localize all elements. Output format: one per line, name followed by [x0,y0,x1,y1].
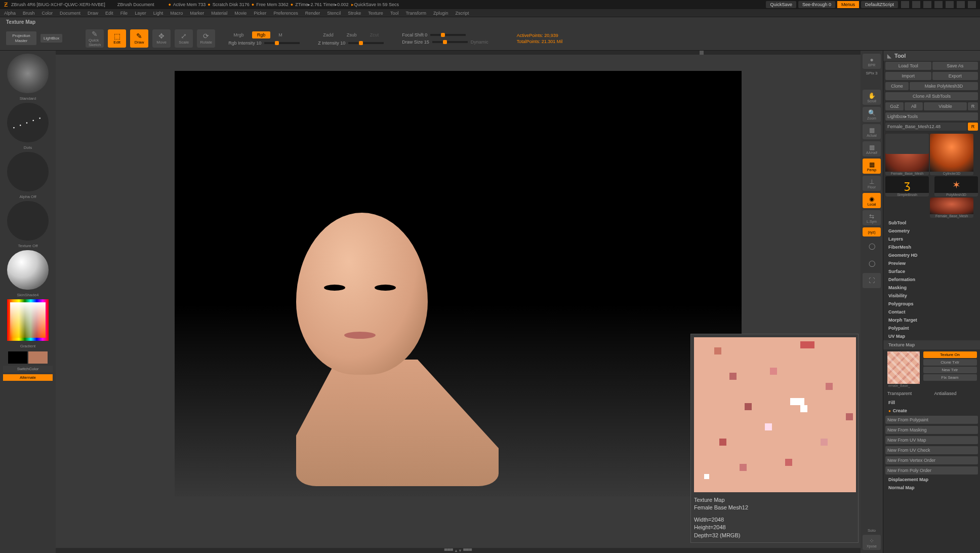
new-from-masking-button[interactable]: New From Masking [885,426,978,434]
dynamic-label[interactable]: Dynamic [471,40,488,45]
m-button[interactable]: M [273,31,288,38]
section-contact[interactable]: Contact [883,308,980,316]
switch-color-button[interactable]: SwitchColor [3,366,53,372]
minimize-icon[interactable] [946,1,954,8]
alternate-button[interactable]: Alternate [3,374,53,381]
section-texture-map[interactable]: Texture Map [883,340,980,349]
section-morph-target[interactable]: Morph Target [883,316,980,324]
menu-marker[interactable]: Marker [190,11,204,16]
menu-macro[interactable]: Macro [170,11,183,16]
aahalf-button[interactable]: ▦AAHalf [863,141,881,156]
menu-zscript[interactable]: Zscript [456,11,469,16]
menu-texture[interactable]: Texture [368,11,383,16]
quicksave-button[interactable]: QuickSave [766,1,796,8]
new-from-vertex-order-button[interactable]: New From Vertex Order [885,456,978,464]
r-button[interactable]: R [968,123,978,131]
floor-button[interactable]: ⊥Floor [863,176,881,191]
bpr-button[interactable]: ●BPR [863,54,881,69]
new-from-poly-order-button[interactable]: New From Poly Order [885,466,978,475]
canvas-scrollbar[interactable] [56,51,861,55]
tool-panel-header[interactable]: Tool [883,51,980,61]
new-from-uv-map-button[interactable]: New From UV Map [885,436,978,444]
texture-map-thumbnail[interactable] [887,351,920,384]
default-zscript[interactable]: DefaultZScript [861,1,898,8]
window-icon-3[interactable] [923,1,931,8]
local-button[interactable]: ◉Local [863,193,881,208]
tool-thumb-female-base-mesh-2[interactable]: Female_Base_Mesh [930,198,973,218]
menu-picker[interactable]: Picker [254,11,266,16]
color-picker[interactable] [7,299,49,341]
section-visibility[interactable]: Visibility [883,292,980,300]
menu-light[interactable]: Light [153,11,164,16]
menu-color[interactable]: Color [42,11,53,16]
lsym-button[interactable]: ⇆L.Sym [863,210,881,225]
section-fibermesh[interactable]: FiberMesh [883,243,980,251]
scale-mode-button[interactable]: ⤢Scale [175,29,193,48]
menu-material[interactable]: Material [211,11,227,16]
export-button[interactable]: Export [932,72,978,80]
stroke-thumbnail[interactable] [7,103,49,142]
seethrough-slider[interactable]: See-through 0 [798,1,835,8]
xyz-button[interactable]: (xyz) [863,227,881,236]
persp-button[interactable]: ▦Persp [863,159,881,174]
section-polypaint[interactable]: Polypaint [883,324,980,332]
section-normal-map[interactable]: Normal Map [883,484,980,492]
section-geometry-hd[interactable]: Geometry HD [883,251,980,259]
menu-zplugin[interactable]: Zplugin [433,11,448,16]
goz-button[interactable]: GoZ [885,102,904,110]
section-polygroups[interactable]: Polygroups [883,300,980,308]
load-tool-button[interactable]: Load Tool [885,62,931,70]
section-deformation[interactable]: Deformation [883,275,980,284]
section-masking[interactable]: Masking [883,284,980,292]
create-header[interactable]: ●Create [883,407,980,415]
section-subtool[interactable]: SubTool [883,219,980,227]
alpha-thumbnail[interactable] [7,152,49,191]
menu-stroke[interactable]: Stroke [348,11,361,16]
menus-button[interactable]: Menus [837,1,859,8]
mesh-name-slider[interactable]: Female_Base_Mesh12.48 [885,123,967,131]
frame-button[interactable]: ⛶ [863,273,881,288]
circle2-icon[interactable]: ◯ [863,256,881,271]
rgb-intensity-slider[interactable] [264,42,300,44]
tool-thumb-polymesh3d[interactable]: ✶PolyMesh3D [934,176,978,196]
texture-thumbnail[interactable] [7,201,49,241]
brush-thumbnail[interactable] [7,54,49,93]
section-geometry[interactable]: Geometry [883,227,980,235]
window-icon-1[interactable] [901,1,909,8]
zsub-button[interactable]: Zsub [342,31,362,38]
section-preview[interactable]: Preview [883,259,980,267]
quick-sketch-button[interactable]: ✎QuickSketch [86,29,104,48]
clone-button[interactable]: Clone [885,82,909,90]
rgb-button[interactable]: Rgb [252,31,271,38]
projection-master-button[interactable]: ProjectionMaster [6,31,36,45]
solo-button[interactable]: Solo [868,528,876,533]
menu-stencil[interactable]: Stencil [327,11,341,16]
viewport[interactable] [175,71,742,496]
maximize-icon[interactable] [957,1,965,8]
texture-preview-popup[interactable]: Texture Map Female Base Mesh12 Width=204… [690,334,859,543]
tool-thumb-simplebrush[interactable]: ʒSimpleBrush [885,176,929,196]
secondary-color-swatch[interactable] [8,351,27,364]
antialiased-toggle[interactable]: Antialiased [932,389,978,398]
tool-thumb-cylinder3d[interactable]: Cylinder3D [930,134,973,175]
material-thumbnail[interactable] [7,250,49,290]
menu-document[interactable]: Document [60,11,80,16]
z-intensity-slider[interactable] [348,42,384,44]
draw-mode-button[interactable]: ✎Draw [130,29,148,48]
make-polymesh-button[interactable]: Make PolyMesh3D [910,82,978,90]
texture-on-button[interactable]: Texture On [923,351,977,358]
window-icon-4[interactable] [934,1,943,8]
menu-alpha[interactable]: Alpha [4,11,16,16]
section-layers[interactable]: Layers [883,235,980,243]
primary-color-swatch[interactable] [28,351,48,364]
goz-all-button[interactable]: All [905,102,923,110]
spix-label[interactable]: SPix 3 [866,71,877,75]
edit-mode-button[interactable]: ⬚Edit [108,29,126,48]
move-mode-button[interactable]: ✥Move [152,29,171,48]
rotate-mode-button[interactable]: ⟳Rotate [197,29,215,48]
new-txtr-button[interactable]: New Txtr [923,367,977,373]
goz-r-button[interactable]: R [968,102,978,110]
fix-seam-button[interactable]: Fix Seam [923,374,977,381]
zadd-button[interactable]: Zadd [318,31,339,38]
menu-preferences[interactable]: Preferences [273,11,298,16]
